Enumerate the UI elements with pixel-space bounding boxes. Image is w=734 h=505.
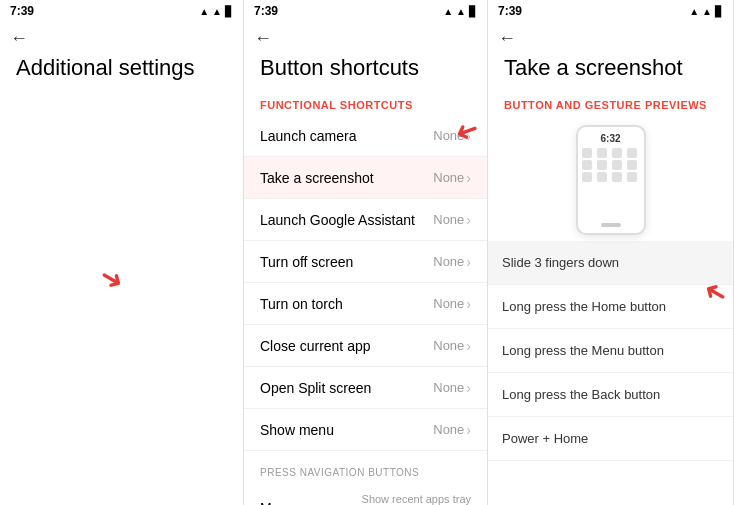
section-preview-label: BUTTON AND GESTURE PREVIEWS (488, 91, 733, 115)
phone-nav-bar (601, 223, 621, 227)
shortcut-label: Launch camera (260, 128, 357, 144)
signal-icon-3: ▲ (689, 6, 699, 17)
app-dot-2 (597, 148, 607, 158)
panel1-content (0, 91, 243, 505)
chevron-icon: › (466, 212, 471, 228)
back-button-1[interactable]: ← (0, 22, 243, 51)
chevron-icon: › (466, 296, 471, 312)
page-title-1: Additional settings (0, 51, 243, 91)
shortcut-value: None (433, 212, 464, 227)
functional-shortcut-item[interactable]: Take a screenshotNone› (244, 157, 487, 199)
gesture-option-item[interactable]: Long press the Menu button (488, 329, 733, 373)
shortcut-value: None (433, 422, 464, 437)
nav-value: Show recent apps tray (362, 492, 471, 505)
app-dot-11 (612, 172, 622, 182)
shortcut-label: Launch Google Assistant (260, 212, 415, 228)
status-icons-3: ▲ ▲ ▊ (689, 6, 723, 17)
app-dot-5 (582, 160, 592, 170)
page-title-3: Take a screenshot (488, 51, 733, 91)
battery-icon: ▊ (225, 6, 233, 17)
app-dot-1 (582, 148, 592, 158)
nav-label: Menu (260, 500, 295, 505)
gesture-option-item[interactable]: Power + Home (488, 417, 733, 461)
chevron-icon: › (466, 422, 471, 438)
functional-shortcut-item[interactable]: Launch cameraNone› (244, 115, 487, 157)
shortcut-label: Turn off screen (260, 254, 353, 270)
functional-items-list: Launch cameraNone›Take a screenshotNone›… (244, 115, 487, 451)
status-icons-2: ▲ ▲ ▊ (443, 6, 477, 17)
phone-time: 6:32 (600, 133, 620, 144)
status-bar-3: 7:39 ▲ ▲ ▊ (488, 0, 733, 22)
app-dot-7 (612, 160, 622, 170)
nav-button-item[interactable]: MenuShow recent apps tray⇅ (244, 482, 487, 505)
wifi-icon: ▲ (212, 6, 222, 17)
gesture-label: Long press the Home button (502, 299, 666, 314)
battery-icon-3: ▊ (715, 6, 723, 17)
gesture-option-item[interactable]: Long press the Home button (488, 285, 733, 329)
app-dot-3 (612, 148, 622, 158)
gesture-option-item[interactable]: Slide 3 fingers down (488, 241, 733, 285)
signal-icon: ▲ (199, 6, 209, 17)
panel2-content: FUNCTIONAL SHORTCUTS Launch cameraNone›T… (244, 91, 487, 505)
shortcut-value: None (433, 338, 464, 353)
functional-shortcut-item[interactable]: Open Split screenNone› (244, 367, 487, 409)
panel-button-shortcuts: 7:39 ▲ ▲ ▊ ← Button shortcuts FUNCTIONAL… (244, 0, 488, 505)
back-button-2[interactable]: ← (244, 22, 487, 51)
wifi-icon-2: ▲ (456, 6, 466, 17)
time-2: 7:39 (254, 4, 278, 18)
nav-items-list: MenuShow recent apps tray⇅ (244, 482, 487, 505)
status-icons-1: ▲ ▲ ▊ (199, 6, 233, 17)
status-bar-1: 7:39 ▲ ▲ ▊ (0, 0, 243, 22)
signal-icon-2: ▲ (443, 6, 453, 17)
app-dot-6 (597, 160, 607, 170)
phone-preview: 6:32 (488, 115, 733, 241)
battery-icon-2: ▊ (469, 6, 477, 17)
shortcut-value: None (433, 380, 464, 395)
shortcut-label: Close current app (260, 338, 371, 354)
functional-shortcut-item[interactable]: Turn off screenNone› (244, 241, 487, 283)
wifi-icon-3: ▲ (702, 6, 712, 17)
section-functional-label: FUNCTIONAL SHORTCUTS (244, 91, 487, 115)
gesture-label: Long press the Back button (502, 387, 660, 402)
gesture-option-item[interactable]: Long press the Back button (488, 373, 733, 417)
functional-shortcut-item[interactable]: Show menuNone› (244, 409, 487, 451)
gesture-label: Slide 3 fingers down (502, 255, 619, 270)
shortcut-label: Take a screenshot (260, 170, 374, 186)
app-dot-12 (627, 172, 637, 182)
functional-shortcut-item[interactable]: Launch Google AssistantNone› (244, 199, 487, 241)
shortcut-label: Open Split screen (260, 380, 371, 396)
time-3: 7:39 (498, 4, 522, 18)
chevron-icon: › (466, 170, 471, 186)
page-title-2: Button shortcuts (244, 51, 487, 91)
shortcut-value: None (433, 128, 464, 143)
gesture-label: Long press the Menu button (502, 343, 664, 358)
back-button-3[interactable]: ← (488, 22, 733, 51)
gesture-list: Slide 3 fingers downLong press the Home … (488, 241, 733, 505)
chevron-icon: › (466, 380, 471, 396)
shortcut-label: Show menu (260, 422, 334, 438)
panel-additional-settings: 7:39 ▲ ▲ ▊ ← Additional settings ➜ (0, 0, 244, 505)
time-1: 7:39 (10, 4, 34, 18)
shortcut-label: Turn on torch (260, 296, 343, 312)
app-dot-10 (597, 172, 607, 182)
chevron-icon: › (466, 128, 471, 144)
shortcut-value: None (433, 170, 464, 185)
panel-take-screenshot: 7:39 ▲ ▲ ▊ ← Take a screenshot BUTTON AN… (488, 0, 734, 505)
app-dot-8 (627, 160, 637, 170)
app-dot-9 (582, 172, 592, 182)
chevron-icon: › (466, 254, 471, 270)
functional-shortcut-item[interactable]: Turn on torchNone› (244, 283, 487, 325)
functional-shortcut-item[interactable]: Close current appNone› (244, 325, 487, 367)
shortcut-value: None (433, 296, 464, 311)
phone-mockup: 6:32 (576, 125, 646, 235)
app-dot-4 (627, 148, 637, 158)
status-bar-2: 7:39 ▲ ▲ ▊ (244, 0, 487, 22)
phone-app-grid (582, 148, 640, 182)
gesture-label: Power + Home (502, 431, 588, 446)
chevron-icon: › (466, 338, 471, 354)
section-nav-label: PRESS NAVIGATION BUTTONS (244, 457, 487, 482)
shortcut-value: None (433, 254, 464, 269)
